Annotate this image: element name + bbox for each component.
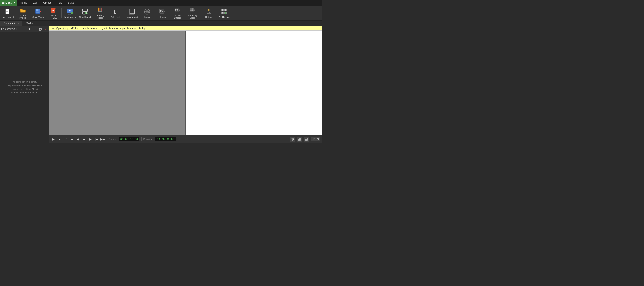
- cursor-label: Cursor:: [109, 138, 117, 141]
- background-icon: [128, 8, 136, 15]
- mask-icon: [144, 8, 151, 15]
- mask-button[interactable]: Mask: [140, 7, 154, 20]
- main-layout: Composition 1 ▼ ✕ The composition is emp…: [0, 26, 322, 143]
- left-panel-header: Composition 1 ▼ ✕: [0, 26, 49, 32]
- prev-frame-button[interactable]: ◀|: [76, 137, 81, 142]
- load-media-button[interactable]: Load Media: [62, 7, 77, 20]
- aspect-ratio-display[interactable]: 16 : 9: [311, 137, 320, 141]
- svg-rect-65: [225, 9, 226, 11]
- menu-icon: ☰: [2, 1, 4, 4]
- load-media-label: Load Media: [64, 16, 76, 18]
- menu-bar: ☰ Menu ▼ Home Edit Object Help Suite: [0, 0, 322, 6]
- load-media-icon: [66, 8, 74, 15]
- grid-button-3[interactable]: [304, 137, 309, 142]
- svg-text:FX: FX: [175, 9, 178, 11]
- svg-text:FX: FX: [160, 10, 164, 13]
- hint-text: Hold (Space) key or (Middle) mouse butto…: [51, 27, 146, 30]
- play-options-button[interactable]: ▼: [57, 137, 62, 142]
- canvas-container[interactable]: [49, 31, 322, 135]
- svg-rect-25: [100, 7, 102, 11]
- open-project-button[interactable]: Open Project: [16, 7, 30, 20]
- svg-rect-22: [98, 7, 98, 11]
- svg-rect-24: [100, 7, 100, 11]
- save-html5-icon: 5 ▶: [50, 7, 57, 14]
- menu-item-home[interactable]: Home: [17, 0, 30, 6]
- transport-divider-2: [141, 137, 142, 141]
- next-button[interactable]: ▶: [88, 137, 93, 142]
- panel-copy-button[interactable]: [38, 27, 42, 31]
- open-project-label: Open Project: [16, 14, 30, 19]
- save-video-icon: [34, 8, 42, 15]
- background-button[interactable]: Background: [124, 7, 139, 20]
- play-button[interactable]: ▶: [51, 137, 56, 142]
- svg-rect-0: [6, 9, 9, 14]
- effects-icon: FX: [158, 8, 166, 15]
- drawing-tools-label: Drawing Tools: [94, 14, 107, 19]
- canvas-left-area: [49, 31, 186, 135]
- new-project-button[interactable]: New Project: [0, 7, 15, 20]
- prev-button[interactable]: ◀: [82, 137, 87, 142]
- loop-button[interactable]: ⇄: [63, 137, 68, 142]
- next-frame-button[interactable]: ▶▶: [100, 137, 105, 142]
- menu-item-help[interactable]: Help: [54, 0, 65, 6]
- svg-rect-6: [36, 12, 39, 13]
- grid-button-1[interactable]: [290, 137, 295, 142]
- transport-divider-1: [107, 137, 107, 141]
- save-html5-label: Save HTML5: [47, 14, 60, 19]
- go-start-button[interactable]: ⏮: [69, 137, 74, 142]
- svg-rect-73: [298, 138, 299, 139]
- blending-mode-icon: [189, 7, 196, 14]
- effects-label: Effects: [159, 16, 166, 18]
- sound-effects-icon: FX ♪: [174, 7, 181, 14]
- svg-text:5: 5: [52, 9, 53, 12]
- menu-item-suite[interactable]: Suite: [65, 0, 77, 6]
- new-object-button[interactable]: New Object: [78, 7, 92, 20]
- drawing-tools-button[interactable]: Drawing Tools: [93, 7, 108, 20]
- go-end-button[interactable]: |▶: [94, 137, 99, 142]
- mask-label: Mask: [144, 16, 150, 18]
- svg-rect-13: [70, 13, 71, 14]
- save-video-button[interactable]: Save Video: [31, 7, 46, 20]
- left-panel: Composition 1 ▼ ✕ The composition is emp…: [0, 26, 49, 143]
- menu-item-edit[interactable]: Edit: [30, 0, 40, 6]
- svg-rect-23: [99, 7, 100, 11]
- svg-point-58: [208, 9, 209, 10]
- panel-delete-button[interactable]: ✕: [43, 27, 48, 31]
- cursor-time-display[interactable]: 00:00:00.00: [118, 137, 140, 141]
- toolbar: New Project Open Project Save Video: [0, 6, 322, 21]
- svg-rect-16: [82, 9, 85, 12]
- tab-media[interactable]: Media: [22, 21, 36, 26]
- menu-button[interactable]: ☰ Menu ▼: [0, 0, 17, 6]
- panel-config-button[interactable]: [32, 27, 37, 31]
- menu-item-object[interactable]: Object: [40, 0, 54, 6]
- toolbar-divider-2: [124, 8, 124, 19]
- hint-bar: Hold (Space) key or (Middle) mouse butto…: [49, 26, 322, 31]
- save-html5-button[interactable]: 5 ▶ Save HTML5: [46, 7, 61, 20]
- blending-mode-label: Blending Mode: [186, 14, 199, 19]
- new-project-icon: [4, 8, 12, 15]
- toolbar-divider-3: [201, 8, 201, 19]
- svg-rect-74: [300, 138, 300, 139]
- menu-label: Menu: [5, 1, 12, 4]
- svg-point-59: [209, 12, 210, 13]
- svg-text:T: T: [113, 9, 116, 14]
- duration-label: Duration:: [143, 138, 153, 141]
- grid-button-2[interactable]: [296, 137, 302, 142]
- effects-button[interactable]: FX Effects: [155, 7, 170, 20]
- options-button[interactable]: Options: [202, 7, 216, 20]
- sound-effects-button[interactable]: FX ♪ Sound Effects: [170, 7, 185, 20]
- new-object-label: New Object: [79, 16, 91, 18]
- svg-rect-76: [300, 139, 300, 140]
- blending-mode-button[interactable]: Blending Mode: [185, 7, 200, 20]
- nch-suite-button[interactable]: NCH Suite: [217, 7, 232, 20]
- options-label: Options: [205, 16, 213, 18]
- svg-rect-12: [68, 13, 69, 14]
- panel-settings-button[interactable]: ▼: [27, 27, 32, 31]
- duration-time-display[interactable]: 00:00:30.00: [155, 137, 176, 141]
- nch-suite-icon: [220, 8, 228, 15]
- add-text-button[interactable]: T Add Text: [108, 7, 123, 20]
- tab-compositions[interactable]: Compositions: [0, 21, 22, 26]
- toolbar-divider-1: [62, 8, 62, 19]
- empty-message-text: The composition is empty. Drag and drop …: [4, 80, 45, 95]
- svg-rect-78: [305, 139, 308, 140]
